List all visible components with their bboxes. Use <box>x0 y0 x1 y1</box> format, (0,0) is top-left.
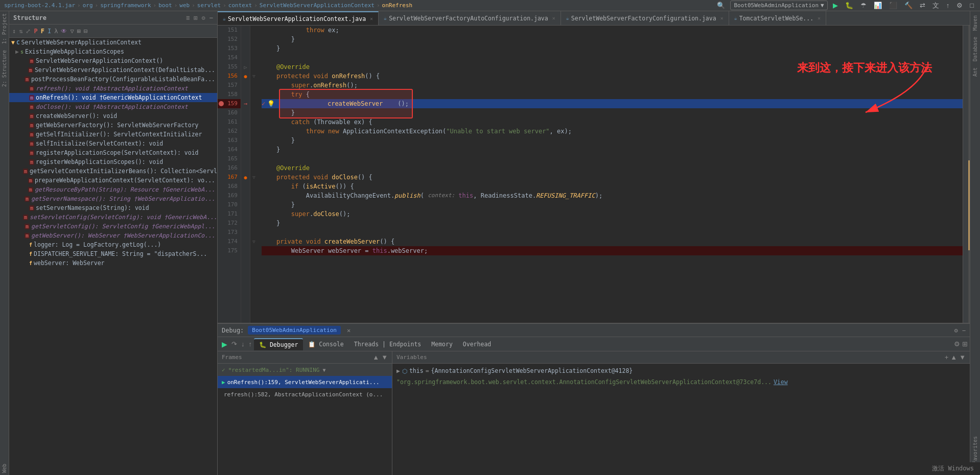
debug-resume-btn[interactable]: ▶ <box>220 339 229 349</box>
frames-up-btn[interactable]: ▲ <box>372 353 379 361</box>
debug-tab-debugger[interactable]: 🐛 Debugger <box>254 338 303 350</box>
fold-156[interactable]: ▽ <box>250 72 258 81</box>
sync-btn[interactable]: ⇄ <box>918 1 927 10</box>
run-btn[interactable]: ▶ <box>831 1 840 10</box>
tree-item-logger[interactable]: f logger: Log = LogFactory.getLog(...) <box>9 240 217 249</box>
maximize-btn[interactable]: □ <box>968 1 976 10</box>
tree-item-onrefresh[interactable]: m onRefresh(): void †GenericWebApplicati… <box>9 93 217 102</box>
stop-btn[interactable]: ⬛ <box>887 1 899 10</box>
build-btn[interactable]: 🔨 <box>902 1 915 10</box>
tree-item-getservletbeans[interactable]: m getServletContextInitializerBeans(): C… <box>9 167 217 176</box>
sort-alpha-icon[interactable]: ↕ <box>12 28 16 35</box>
tree-item-dispatcherservlet[interactable]: f DISPATCHER_SERVLET_NAME: String = "dis… <box>9 249 217 258</box>
vcs-btn[interactable]: ↑ <box>944 1 952 10</box>
tree-item-existing-web[interactable]: ▶ s ExistingWebApplicationScopes <box>9 47 217 56</box>
breadcrumb-class[interactable]: ServletWebServerApplicationContext <box>260 2 375 9</box>
tree-item-regappscope[interactable]: m registerApplicationScope(ServletContex… <box>9 148 217 157</box>
var-add-btn[interactable]: + <box>945 353 949 361</box>
project-tab-vertical[interactable]: 1: Project <box>2 13 7 44</box>
tree-item-setservletconfig[interactable]: m setServletConfig(ServletConfig): void … <box>9 212 217 222</box>
breadcrumb-org[interactable]: org <box>83 2 93 9</box>
breadcrumb-boot[interactable]: boot <box>158 2 172 9</box>
tree-item-getserverns[interactable]: m getServerNamespace(): String †WebServe… <box>9 194 217 203</box>
debug-close-tab[interactable]: ✕ <box>347 327 351 334</box>
tree-item-getservletconfig[interactable]: m getServletConfig(): ServletConfig †Gen… <box>9 222 217 231</box>
inherit-icon[interactable]: I <box>48 28 51 35</box>
debug-tab-threads[interactable]: Threads | Endpoints <box>349 339 427 350</box>
tab-factory-config[interactable]: ☕ ServletWebServerFactoryConfiguration.j… <box>561 11 729 25</box>
tree-item-selfinit[interactable]: m selfInitialize(ServletContext): void <box>9 139 217 148</box>
structure-gear-icon[interactable]: ⚙ <box>202 14 205 21</box>
debug-step-out-btn[interactable]: ↑ <box>247 339 254 349</box>
debug-gear-btn[interactable]: ⚙ <box>954 327 958 334</box>
run-coverage-btn[interactable]: ☂ <box>858 1 869 10</box>
tree-item-postprocess[interactable]: m postProcessBeanFactory(ConfigurableLis… <box>9 75 217 84</box>
web-tab-vertical[interactable]: Web <box>2 464 7 473</box>
settings-btn[interactable]: ⚙ <box>954 1 965 10</box>
debug-tab-overhead[interactable]: Overhead <box>458 339 496 350</box>
database-tab[interactable]: Database <box>971 35 979 63</box>
ant-tab[interactable]: Ant <box>971 65 979 79</box>
tree-item-refresh[interactable]: m refresh(): void †AbstractApplicationCo… <box>9 84 217 93</box>
expand-all-icon[interactable]: ⊞ <box>77 28 81 35</box>
breadcrumb-web[interactable]: web <box>179 2 190 9</box>
structure-layout-icon[interactable]: ⊞ <box>194 14 197 21</box>
debug-settings-btn[interactable]: ⚙ <box>954 340 960 348</box>
tree-item-getresource[interactable]: m getResourceByPath(String): Resource †G… <box>9 185 217 194</box>
var-down-btn[interactable]: ▼ <box>959 353 966 361</box>
var-up-btn[interactable]: ▲ <box>950 353 957 361</box>
var-expand-arrow[interactable]: ▶ <box>396 367 400 375</box>
tab-tomcat[interactable]: ☕ TomcatServletWebSe... ✕ <box>729 11 826 25</box>
tree-item-createwebserver[interactable]: m createWebServer(): void <box>9 111 217 121</box>
frame-item-2[interactable]: refresh():582, AbstractApplicationContex… <box>218 388 392 400</box>
fold-174[interactable]: ▽ <box>250 237 258 246</box>
filter-icon[interactable]: ▽ <box>70 28 74 35</box>
view-link[interactable]: View <box>774 378 788 387</box>
visibility-icon[interactable]: 👁 <box>61 28 67 35</box>
debug-tab-memory[interactable]: Memory <box>426 339 458 350</box>
ln-171: 171 <box>218 209 241 219</box>
tree-item-regwebscopes[interactable]: m registerWebApplicationScopes(): void <box>9 157 217 167</box>
frames-down-btn[interactable]: ▼ <box>381 353 388 361</box>
tab-servlet-context[interactable]: ☕ ServletWebServerApplicationContext.jav… <box>218 11 379 25</box>
debug-minimize-btn[interactable]: − <box>962 327 966 334</box>
debug-step-into-btn[interactable]: ↓ <box>239 339 247 349</box>
breadcrumb-jar[interactable]: spring-boot-2.4.1.jar <box>4 2 75 9</box>
debug-btn[interactable]: 🐛 <box>843 1 855 10</box>
debug-session-badge[interactable]: Boot05WebAdminApplication <box>248 326 341 335</box>
structure-settings-icon[interactable]: ≡ <box>186 14 190 21</box>
frame-item-1[interactable]: ▶ onRefresh():159, ServletWebServerAppli… <box>218 376 392 388</box>
sort-type-icon[interactable]: ⇅ <box>19 28 22 35</box>
tree-item-doclose[interactable]: m doClose(): void †AbstractApplicationCo… <box>9 102 217 111</box>
tree-item-getwebserverfactory[interactable]: m getWebServerFactory(): ServletWebServe… <box>9 121 217 130</box>
profile-btn[interactable]: 📊 <box>872 1 884 10</box>
tree-root-item[interactable]: ▼ C ServletWebServerApplicationContext <box>9 38 217 47</box>
breadcrumb-context[interactable]: context <box>228 2 252 9</box>
tree-item-preparewebctx[interactable]: m prepareWebApplicationContext(ServletCo… <box>9 176 217 185</box>
translate-btn[interactable]: 文 <box>930 0 941 11</box>
debug-step-over-btn[interactable]: ↷ <box>229 339 239 349</box>
scrollbar-thumb[interactable] <box>968 160 970 250</box>
fold-167[interactable]: ▽ <box>250 173 258 182</box>
breadcrumb-springframework[interactable]: springframework <box>100 2 151 9</box>
maven-tab[interactable]: Maven <box>971 13 979 33</box>
method-icon[interactable]: P <box>34 28 37 35</box>
anon-icon[interactable]: λ <box>54 28 58 35</box>
tree-item-getwebserver[interactable]: m getWebServer(): WebServer †WebServerAp… <box>9 231 217 240</box>
tab-factory-auto[interactable]: ☕ ServletWebServerFactoryAutoConfigurati… <box>379 11 561 25</box>
debug-layout-btn[interactable]: ⊞ <box>962 340 968 348</box>
expand-icon[interactable]: ⤢ <box>26 28 31 35</box>
tree-item-getselfinit[interactable]: m getSelfInitializer(): ServletContextIn… <box>9 130 217 139</box>
tree-item-constructor1[interactable]: m ServletWebServerApplicationContext() <box>9 56 217 65</box>
structure-close-icon[interactable]: − <box>209 14 213 21</box>
tree-item-constructor2[interactable]: m ServletWebServerApplicationContext(Def… <box>9 65 217 75</box>
search-everywhere-btn[interactable]: 🔍 <box>715 1 727 10</box>
field-icon[interactable]: F <box>41 28 44 35</box>
breadcrumb-servlet[interactable]: servlet <box>197 2 221 9</box>
structure-tab-vertical[interactable]: 2: Structure <box>2 50 7 87</box>
collapse-all-icon[interactable]: ⊟ <box>84 28 87 35</box>
debug-tab-console[interactable]: 📋 Console <box>303 339 348 350</box>
tree-item-setserverns[interactable]: m setServerNamespace(String): void <box>9 203 217 212</box>
tree-item-webserver-field[interactable]: f webServer: WebServer <box>9 258 217 268</box>
run-config-selector[interactable]: Boot05WebAdminApplication ▼ <box>730 1 827 10</box>
